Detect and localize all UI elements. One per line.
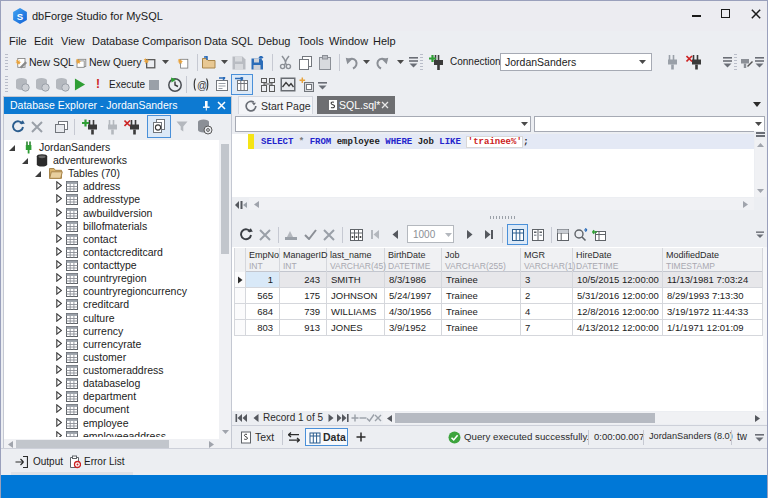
svg-text:S: S [17, 11, 24, 22]
svg-text:@: @ [197, 80, 207, 91]
